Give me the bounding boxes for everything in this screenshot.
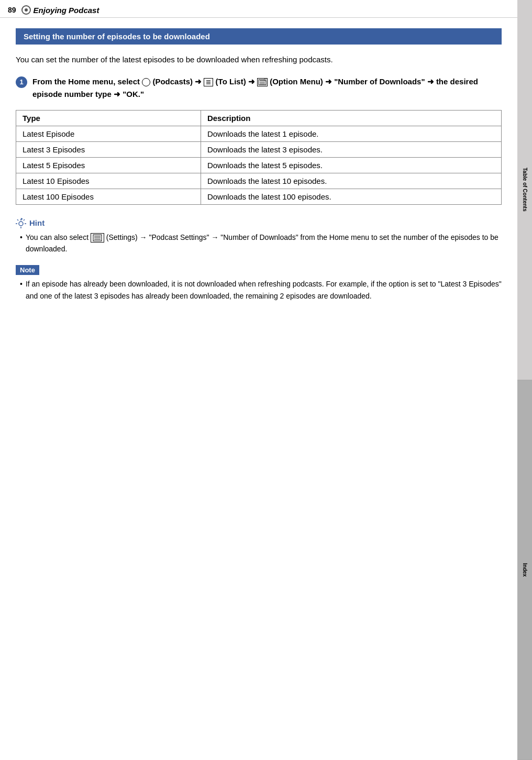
option-menu-icon: Q	[257, 78, 268, 86]
table-cell-type: Latest 10 Episodes	[16, 173, 201, 189]
step-option-menu-label: (Option Menu)	[270, 77, 325, 86]
note-text: • If an episode has already been downloa…	[16, 278, 502, 302]
table-cell-description: Downloads the latest 3 episodes.	[201, 141, 501, 157]
table-header-type: Type	[16, 110, 201, 126]
page-header: 89 Enjoying Podcast	[0, 0, 517, 18]
svg-line-15	[24, 219, 25, 221]
hint-bullet: •	[20, 232, 23, 255]
step-text: From the Home menu, select (Podcasts) ➜ …	[32, 75, 502, 101]
table-cell-description: Downloads the latest 1 episode.	[201, 126, 501, 141]
step-from-home: From the Home menu, select	[32, 77, 142, 86]
podcasts-icon-inline	[142, 78, 150, 86]
page-title: Enjoying Podcast	[34, 6, 99, 15]
hint-header: Hint	[16, 218, 502, 228]
arrow-5: ➜	[114, 90, 120, 98]
hint-label: Hint	[29, 218, 45, 227]
table-row: Latest 5 EpisodesDownloads the latest 5 …	[16, 157, 502, 173]
table-cell-description: Downloads the latest 5 episodes.	[201, 157, 501, 173]
section-heading: Setting the number of episodes to be dow…	[16, 28, 502, 45]
table-cell-description: Downloads the latest 10 episodes.	[201, 173, 501, 189]
page-number: 89	[8, 6, 16, 14]
svg-point-9	[19, 222, 23, 226]
table-cell-type: Latest 3 Episodes	[16, 141, 201, 157]
note-header: Note	[16, 265, 39, 275]
hint-body: You can also select (Settings) → "Podcas…	[26, 232, 502, 255]
step-podcasts-label: (Podcasts)	[152, 77, 195, 86]
table-cell-description: Downloads the latest 100 episodes.	[201, 189, 501, 204]
table-of-contents-tab[interactable]: Table of Contents	[517, 0, 532, 380]
side-tabs: Table of Contents Index	[517, 0, 532, 760]
arrow-4: ➜	[427, 77, 434, 86]
svg-marker-16	[21, 218, 23, 220]
step-to-list-label: (To List)	[216, 77, 248, 86]
main-content: Setting the number of episodes to be dow…	[0, 18, 517, 312]
index-tab[interactable]: Index	[517, 380, 532, 761]
episode-table: Type Description Latest EpisodeDownloads…	[16, 110, 502, 205]
note-body: If an episode has already been downloade…	[26, 278, 502, 302]
intro-text: You can set the number of the latest epi…	[16, 54, 502, 66]
podcast-icon	[21, 5, 31, 15]
settings-icon-inline	[91, 233, 104, 243]
step-block: 1 From the Home menu, select (Podcasts) …	[16, 75, 502, 101]
arrow-1: ➜	[195, 77, 202, 86]
table-cell-type: Latest 100 Episodes	[16, 189, 201, 204]
step-number-of-downloads: "Number of Downloads"	[334, 77, 427, 86]
table-row: Latest 100 EpisodesDownloads the latest …	[16, 189, 502, 204]
hint-section: Hint • You can also select	[16, 218, 502, 255]
table-header-description: Description	[201, 110, 501, 126]
note-bullet: •	[20, 278, 23, 302]
hint-icon	[16, 218, 26, 228]
table-cell-type: Latest Episode	[16, 126, 201, 141]
arrow-2: ➜	[248, 77, 255, 86]
to-list-icon	[204, 78, 213, 86]
table-row: Latest 10 EpisodesDownloads the latest 1…	[16, 173, 502, 189]
svg-line-14	[17, 219, 18, 221]
hint-text: • You can also select (Settings) → "Podc…	[16, 232, 502, 255]
table-row: Latest EpisodeDownloads the latest 1 epi…	[16, 126, 502, 141]
table-cell-type: Latest 5 Episodes	[16, 157, 201, 173]
step-number: 1	[16, 76, 27, 88]
arrow-3: ➜	[325, 77, 332, 86]
table-row: Latest 3 EpisodesDownloads the latest 3 …	[16, 141, 502, 157]
note-section: Note • If an episode has already been do…	[16, 265, 502, 302]
step-ok: "OK."	[123, 90, 144, 98]
